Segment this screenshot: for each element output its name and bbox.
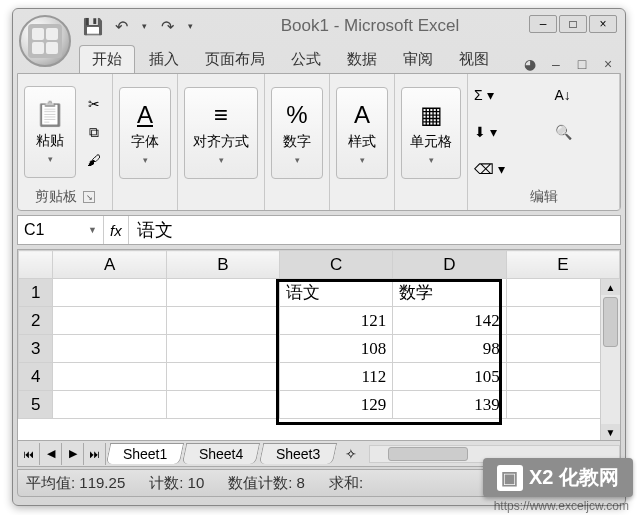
cell[interactable] bbox=[53, 363, 166, 391]
eraser-icon: ⌫ bbox=[474, 161, 494, 177]
number-button[interactable]: % 数字 ▾ bbox=[271, 87, 323, 179]
watermark-url: https://www.exceljcw.com bbox=[494, 499, 629, 513]
cell[interactable]: 121 bbox=[280, 307, 393, 335]
group-editing: Σ▾ A↓ ⬇▾ 🔍 ⌫▾ 编辑 bbox=[468, 74, 620, 210]
cell[interactable]: 112 bbox=[280, 363, 393, 391]
spreadsheet-grid[interactable]: A B C D E 1 语文 数学 2 121 142 3 bbox=[17, 249, 621, 441]
scroll-thumb[interactable] bbox=[603, 297, 618, 347]
format-painter-icon[interactable]: 🖌 bbox=[82, 149, 106, 171]
row-header-3[interactable]: 3 bbox=[19, 335, 53, 363]
cell[interactable]: 数学 bbox=[393, 279, 506, 307]
sigma-icon: Σ bbox=[474, 87, 483, 103]
cell[interactable] bbox=[53, 307, 166, 335]
formula-input[interactable]: 语文 bbox=[129, 216, 620, 244]
select-all-corner[interactable] bbox=[19, 251, 53, 279]
paste-button[interactable]: 📋 粘贴 ▾ bbox=[24, 86, 76, 178]
col-header-D[interactable]: D bbox=[393, 251, 506, 279]
search-icon: 🔍 bbox=[555, 124, 572, 140]
sheet-nav-next[interactable]: ▶ bbox=[62, 443, 84, 465]
cell[interactable]: 108 bbox=[280, 335, 393, 363]
cell[interactable]: 98 bbox=[393, 335, 506, 363]
cell[interactable]: 129 bbox=[280, 391, 393, 419]
quick-access-toolbar: 💾 ↶ ▾ ↷ ▾ bbox=[83, 16, 195, 36]
row-header-5[interactable]: 5 bbox=[19, 391, 53, 419]
copy-icon[interactable]: ⧉ bbox=[82, 121, 106, 143]
sheet-nav-prev[interactable]: ◀ bbox=[40, 443, 62, 465]
cell[interactable] bbox=[166, 279, 279, 307]
cell[interactable] bbox=[53, 335, 166, 363]
undo-icon[interactable]: ↶ bbox=[111, 16, 131, 36]
cell[interactable] bbox=[53, 391, 166, 419]
close-button[interactable]: × bbox=[589, 15, 617, 33]
fx-button[interactable]: fx bbox=[110, 222, 122, 239]
tab-formulas[interactable]: 公式 bbox=[279, 46, 333, 73]
cell[interactable]: 105 bbox=[393, 363, 506, 391]
save-icon[interactable]: 💾 bbox=[83, 16, 103, 36]
scroll-up-arrow[interactable]: ▲ bbox=[601, 279, 620, 295]
row-header-4[interactable]: 4 bbox=[19, 363, 53, 391]
undo-dropdown[interactable]: ▾ bbox=[139, 16, 149, 36]
tab-data[interactable]: 数据 bbox=[335, 46, 389, 73]
redo-icon[interactable]: ↷ bbox=[157, 16, 177, 36]
group-styles: A 样式 ▾ bbox=[330, 74, 395, 210]
row-header-2[interactable]: 2 bbox=[19, 307, 53, 335]
autosum-button[interactable]: Σ▾ bbox=[474, 87, 547, 103]
clipboard-launcher[interactable]: ↘ bbox=[83, 191, 95, 203]
chevron-down-icon: ▾ bbox=[48, 154, 53, 164]
sheet-tab[interactable]: Sheet4 bbox=[182, 443, 261, 464]
styles-icon: A bbox=[354, 101, 370, 129]
cell[interactable]: 语文 bbox=[280, 279, 393, 307]
row-header-1[interactable]: 1 bbox=[19, 279, 53, 307]
mdi-close[interactable]: × bbox=[599, 55, 617, 73]
maximize-button[interactable]: □ bbox=[559, 15, 587, 33]
col-header-A[interactable]: A bbox=[53, 251, 166, 279]
office-button[interactable] bbox=[19, 15, 71, 67]
cell[interactable] bbox=[53, 279, 166, 307]
tab-insert[interactable]: 插入 bbox=[137, 46, 191, 73]
group-alignment: ≡ 对齐方式 ▾ bbox=[178, 74, 265, 210]
cell[interactable] bbox=[166, 391, 279, 419]
vertical-scrollbar[interactable]: ▲ ▼ bbox=[600, 279, 620, 440]
fill-button[interactable]: ⬇▾ bbox=[474, 124, 547, 140]
help-icon[interactable]: ◕ bbox=[521, 55, 539, 73]
tab-home[interactable]: 开始 bbox=[79, 45, 135, 73]
cell[interactable]: 142 bbox=[393, 307, 506, 335]
find-button[interactable]: 🔍 bbox=[555, 124, 614, 140]
minimize-button[interactable]: – bbox=[529, 15, 557, 33]
scroll-down-arrow[interactable]: ▼ bbox=[601, 424, 620, 440]
tab-page-layout[interactable]: 页面布局 bbox=[193, 46, 277, 73]
name-box[interactable]: C1 ▼ bbox=[18, 216, 104, 244]
cell[interactable] bbox=[166, 307, 279, 335]
sheet-nav-last[interactable]: ⏭ bbox=[84, 443, 106, 465]
font-icon: A bbox=[137, 101, 153, 129]
font-button[interactable]: A 字体 ▾ bbox=[119, 87, 171, 179]
sort-filter-button[interactable]: A↓ bbox=[555, 87, 614, 103]
sort-icon: A↓ bbox=[555, 87, 571, 103]
alignment-button[interactable]: ≡ 对齐方式 ▾ bbox=[184, 87, 258, 179]
clipboard-icon: 📋 bbox=[35, 100, 65, 128]
tab-review[interactable]: 审阅 bbox=[391, 46, 445, 73]
sheet-tab-active[interactable]: Sheet1 bbox=[106, 443, 185, 464]
cell[interactable] bbox=[166, 335, 279, 363]
clear-button[interactable]: ⌫▾ bbox=[474, 161, 547, 177]
col-header-B[interactable]: B bbox=[166, 251, 279, 279]
group-font: A 字体 ▾ bbox=[113, 74, 178, 210]
cut-icon[interactable]: ✂ bbox=[82, 93, 106, 115]
qat-customize[interactable]: ▾ bbox=[185, 16, 195, 36]
col-header-E[interactable]: E bbox=[506, 251, 619, 279]
col-header-C[interactable]: C bbox=[280, 251, 393, 279]
cell[interactable]: 139 bbox=[393, 391, 506, 419]
cell[interactable] bbox=[166, 363, 279, 391]
sheet-nav-first[interactable]: ⏮ bbox=[18, 443, 40, 465]
mdi-restore[interactable]: □ bbox=[573, 55, 591, 73]
ribbon-tabs: 开始 插入 页面布局 公式 数据 审阅 视图 ◕ – □ × bbox=[13, 43, 625, 73]
mdi-minimize[interactable]: – bbox=[547, 55, 565, 73]
group-clipboard: 📋 粘贴 ▾ ✂ ⧉ 🖌 剪贴板↘ bbox=[18, 74, 113, 210]
chevron-down-icon: ▼ bbox=[88, 225, 97, 235]
sheet-tab[interactable]: Sheet3 bbox=[259, 443, 338, 464]
styles-button[interactable]: A 样式 ▾ bbox=[336, 87, 388, 179]
cells-button[interactable]: ▦ 单元格 ▾ bbox=[401, 87, 461, 179]
new-sheet-button[interactable]: ✧ bbox=[339, 446, 363, 462]
tab-view[interactable]: 视图 bbox=[447, 46, 501, 73]
status-average: 平均值: 119.25 bbox=[26, 474, 125, 493]
